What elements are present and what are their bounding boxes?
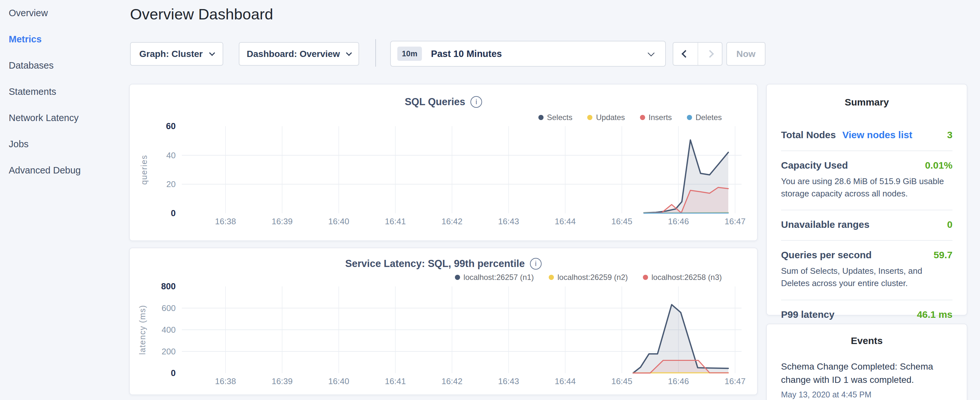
summary-row-value: 3	[947, 129, 953, 140]
view-nodes-list-link[interactable]: View nodes list	[842, 129, 912, 140]
sql-queries-chart: 020406016:3816:3916:4016:4116:4216:4316:…	[130, 84, 757, 241]
time-range-label: Past 10 Minutes	[431, 49, 502, 59]
y-tick-label: 200	[162, 347, 176, 356]
updates-area	[644, 213, 728, 213]
next-time-button[interactable]	[698, 43, 722, 65]
event-item[interactable]: Schema Change Completed: Schema change w…	[781, 360, 953, 399]
summary-row-label: Unavailable ranges	[781, 219, 869, 230]
x-tick-label: 16:42	[441, 376, 462, 386]
legend-item-updates: Updates	[587, 113, 625, 122]
chart-title: SQL Queries	[405, 96, 465, 108]
sidebar-item-databases[interactable]: Databases	[9, 53, 125, 79]
chevron-down-icon	[346, 50, 352, 56]
selects-area	[644, 140, 728, 213]
legend-dot-icon	[643, 275, 648, 280]
service-latency-chart: 020040060080016:3816:3916:4016:4116:4216…	[130, 248, 757, 395]
selects-line	[644, 140, 728, 213]
summary-row-label: Queries per second	[781, 250, 872, 261]
dashboard-dropdown[interactable]: Dashboard: Overview	[239, 42, 359, 66]
chevron-down-icon	[209, 50, 215, 56]
summary-row-head: Unavailable ranges0	[781, 219, 953, 230]
events-list: Schema Change Completed: Schema change w…	[767, 360, 967, 399]
sidebar-item-advanced-debug[interactable]: Advanced Debug	[9, 157, 125, 183]
legend-label: localhost:26259 (n2)	[557, 273, 628, 282]
y-tick-label: 600	[162, 303, 176, 313]
time-range-badge: 10m	[397, 46, 422, 61]
x-tick-label: 16:44	[555, 217, 576, 226]
prev-time-button[interactable]	[673, 43, 698, 65]
summary-row-value: 0.01%	[925, 160, 953, 171]
localhost-26257-n1-area	[633, 304, 728, 373]
summary-row-head: Queries per second59.7	[781, 250, 953, 261]
x-tick-label: 16:41	[385, 376, 406, 386]
localhost-26258-n3-line	[633, 360, 728, 373]
summary-row-label: Total Nodes	[781, 129, 836, 140]
legend-dot-icon	[455, 275, 460, 280]
legend-item-localhost-26258-n3: localhost:26258 (n3)	[643, 273, 722, 282]
summary-rows: Total NodesView nodes list3Capacity Used…	[781, 121, 953, 330]
legend-item-localhost-26259-n2: localhost:26259 (n2)	[549, 273, 628, 282]
y-tick-label: 0	[171, 209, 176, 218]
y-tick-label: 60	[166, 121, 176, 131]
x-tick-label: 16:45	[611, 376, 632, 386]
x-tick-label: 16:39	[272, 376, 293, 386]
chart-legend: SelectsUpdatesInsertsDeletes	[538, 113, 722, 122]
summary-title: Summary	[767, 97, 967, 108]
inserts-line	[644, 187, 728, 213]
x-tick-label: 16:46	[668, 376, 689, 386]
graph-dropdown-label: Graph: Cluster	[139, 49, 202, 59]
legend-dot-icon	[687, 115, 692, 120]
time-pager	[673, 42, 722, 66]
service-latency-chart-card: Service Latency: SQL, 99th percentile i …	[129, 247, 758, 395]
summary-row-head: Capacity Used0.01%	[781, 160, 953, 171]
summary-row-queries-per-second: Queries per second59.7Sum of Selects, Up…	[781, 241, 953, 300]
y-tick-label: 0	[171, 368, 176, 378]
summary-panel: Summary Total NodesView nodes list3Capac…	[766, 84, 967, 316]
event-timestamp: May 13, 2020 at 4:45 PM	[781, 390, 953, 399]
sidebar-item-overview[interactable]: Overview	[9, 0, 125, 26]
legend-label: localhost:26258 (n3)	[652, 273, 722, 282]
x-tick-label: 16:46	[668, 217, 689, 226]
events-panel: Events Schema Change Completed: Schema c…	[766, 324, 967, 400]
y-tick-label: 40	[166, 150, 176, 160]
x-tick-label: 16:40	[328, 217, 349, 226]
summary-row-total-nodes: Total NodesView nodes list3	[781, 121, 953, 151]
chevron-left-icon	[681, 50, 689, 57]
graph-dropdown[interactable]: Graph: Cluster	[130, 42, 223, 66]
legend-dot-icon	[640, 115, 645, 120]
localhost-26258-n3-area	[633, 360, 728, 373]
summary-row-value: 46.1 ms	[917, 309, 953, 320]
events-title: Events	[767, 335, 967, 346]
sidebar: OverviewMetricsDatabasesStatementsNetwor…	[9, 0, 125, 183]
event-message: Schema Change Completed: Schema change w…	[781, 360, 953, 387]
chevron-right-icon	[706, 50, 714, 57]
sql-queries-chart-card: SQL Queries i SelectsUpdatesInsertsDelet…	[129, 84, 758, 241]
sidebar-item-statements[interactable]: Statements	[9, 79, 125, 105]
summary-row-label: Capacity Used	[781, 160, 848, 171]
legend-item-localhost-26257-n1: localhost:26257 (n1)	[455, 273, 534, 282]
y-tick-label: 400	[162, 325, 176, 335]
now-button[interactable]: Now	[726, 42, 765, 66]
updates-line	[644, 213, 728, 213]
x-tick-label: 16:38	[215, 376, 236, 386]
info-icon[interactable]: i	[471, 96, 482, 108]
x-tick-label: 16:47	[724, 217, 745, 226]
sidebar-item-metrics[interactable]: Metrics	[9, 26, 125, 53]
y-axis-label: latency (ms)	[138, 305, 147, 355]
time-range-picker[interactable]: 10m Past 10 Minutes	[390, 41, 666, 67]
info-icon[interactable]: i	[530, 258, 542, 269]
sidebar-item-network-latency[interactable]: Network Latency	[9, 105, 125, 131]
summary-row-value: 0	[947, 219, 953, 230]
summary-row-unavailable-ranges: Unavailable ranges0	[781, 210, 953, 241]
x-tick-label: 16:42	[441, 217, 462, 226]
localhost-26257-n1-line	[633, 304, 728, 373]
controls-divider	[375, 39, 376, 67]
y-tick-label: 20	[166, 179, 176, 189]
legend-item-selects: Selects	[538, 113, 573, 122]
summary-row-head: Total NodesView nodes list3	[781, 129, 953, 140]
legend-label: localhost:26257 (n1)	[464, 273, 534, 282]
chevron-down-icon	[648, 49, 654, 56]
summary-row-label: P99 latency	[781, 309, 834, 320]
sidebar-item-jobs[interactable]: Jobs	[9, 131, 125, 157]
x-tick-label: 16:44	[555, 376, 576, 386]
